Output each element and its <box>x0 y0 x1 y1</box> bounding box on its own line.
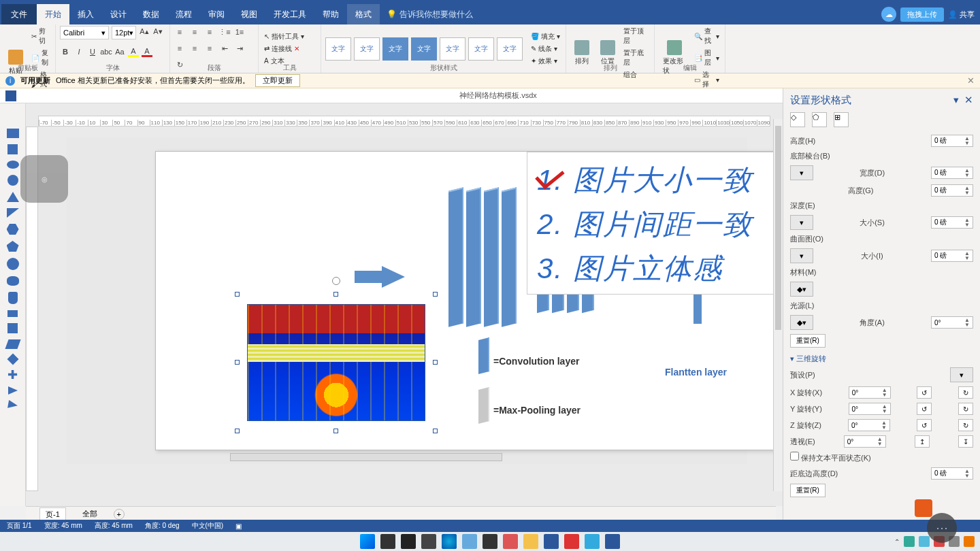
bullets-button[interactable]: ⋮≡ <box>219 27 230 37</box>
stencil-circle[interactable] <box>7 175 18 186</box>
stencil-bar[interactable] <box>7 310 18 317</box>
tab-format[interactable]: 格式 <box>347 4 380 24</box>
close-notification-button[interactable]: ✕ <box>967 76 975 86</box>
align-middle-button[interactable]: ≡ <box>189 27 200 37</box>
floating-menu-button[interactable]: ⋯ <box>927 513 957 543</box>
shape-style-3[interactable]: 文字 <box>382 37 408 61</box>
stencil-cylinder[interactable] <box>8 292 18 304</box>
resize-handle-bl[interactable] <box>235 429 240 433</box>
stencil-plus[interactable]: ✚ <box>7 369 19 380</box>
distance-ground-input[interactable]: 0 磅▲▼ <box>931 467 973 480</box>
stencil-hexagon[interactable] <box>7 224 19 235</box>
resize-handle-r[interactable] <box>433 360 438 365</box>
shape-style-1[interactable]: 文字 <box>325 37 351 61</box>
depth-size-input[interactable]: 0 磅▲▼ <box>931 216 973 229</box>
shrink-font-button[interactable]: A▾ <box>152 26 163 37</box>
connector-tool-button[interactable]: ⇄连接线✕ <box>263 44 306 54</box>
stencil-ellipse[interactable] <box>7 161 19 169</box>
stencil-diamond[interactable] <box>7 354 18 365</box>
share-button[interactable]: 👤共享 <box>948 10 975 20</box>
indent-dec-button[interactable]: ⇤ <box>219 43 230 54</box>
resize-handle-l[interactable] <box>235 360 240 365</box>
page-tab-1[interactable]: 页-1 <box>39 507 66 521</box>
rotation-section-header[interactable]: 三维旋转 <box>790 354 973 364</box>
light-swatch[interactable]: ◆▾ <box>790 315 813 330</box>
light-angle-input[interactable]: 0°▲▼ <box>931 316 973 329</box>
italic-button[interactable]: I <box>74 46 84 57</box>
taskview-button[interactable] <box>401 534 416 549</box>
floating-assist-button[interactable]: ◎ <box>20 155 68 203</box>
stencil-rounded[interactable] <box>7 276 19 286</box>
drawing-canvas[interactable]: Flantten layer Fully connec =Convolution… <box>67 137 747 464</box>
search-button[interactable] <box>380 534 395 549</box>
tab-process[interactable]: 流程 <box>167 4 200 24</box>
surface-swatch[interactable]: ▾ <box>790 248 813 263</box>
explorer-button[interactable] <box>523 534 538 549</box>
bevel-width-input[interactable]: 0 磅▲▼ <box>931 167 973 179</box>
stencil-arrow-2[interactable] <box>7 400 18 410</box>
bevel-height-input[interactable]: 0 磅▲▼ <box>931 184 973 197</box>
tab-design[interactable]: 设计 <box>102 4 135 24</box>
align-center-button[interactable]: ≡ <box>189 43 200 54</box>
y-rot-down-button[interactable]: ↻ <box>958 403 973 415</box>
tell-me-search[interactable]: 💡 告诉我你想要做什么 <box>387 9 473 20</box>
z-rot-ccw-button[interactable]: ↻ <box>958 419 973 431</box>
macro-record-icon[interactable]: ▣ <box>235 522 242 530</box>
grow-font-button[interactable]: A▴ <box>139 26 150 37</box>
word-button[interactable] <box>544 534 559 549</box>
tray-chevron-icon[interactable]: ⌃ <box>894 538 900 546</box>
bring-front-button[interactable]: 置于顶层 <box>622 26 650 46</box>
persp-narrow-button[interactable]: ↥ <box>915 435 930 448</box>
fill-button[interactable]: 🪣填充▾ <box>529 31 561 42</box>
tab-data[interactable]: 数据 <box>135 4 167 24</box>
perspective-input[interactable]: 0°▲▼ <box>844 435 886 448</box>
panel-close-button[interactable]: ✕ <box>964 94 973 105</box>
surface-size-input[interactable]: 0 磅▲▼ <box>931 250 973 262</box>
tray-icon-1[interactable] <box>904 536 915 547</box>
align-right-button[interactable]: ≡ <box>204 43 215 54</box>
tray-icon-2[interactable] <box>919 536 930 547</box>
tab-review[interactable]: 审阅 <box>200 4 233 24</box>
material-swatch[interactable]: ◆▾ <box>790 282 813 297</box>
drawing-page[interactable]: Flantten layer Fully connec =Convolution… <box>155 151 783 450</box>
stencil-triangle[interactable] <box>7 192 19 202</box>
visio-button[interactable] <box>605 534 620 549</box>
tab-file[interactable]: 文件 <box>1 4 37 24</box>
taskbar-app-3[interactable] <box>585 534 600 549</box>
panel-menu-button[interactable]: ▾ <box>953 94 959 105</box>
spectrogram-image[interactable] <box>247 304 425 421</box>
selected-image[interactable] <box>238 295 435 431</box>
arrow-shape[interactable] <box>382 266 405 288</box>
align-left-button[interactable]: ≡ <box>174 43 185 54</box>
taskbar-app-2[interactable] <box>564 534 579 549</box>
tab-help[interactable]: 帮助 <box>314 4 347 24</box>
shape-style-5[interactable]: 文字 <box>440 37 466 61</box>
underline-button[interactable]: U <box>87 46 98 57</box>
resize-handle-tl[interactable] <box>235 292 240 297</box>
tray-icon-5[interactable] <box>964 536 975 547</box>
shape-style-7[interactable]: 文字 <box>497 37 523 61</box>
panel-tab-size-icon[interactable]: ⊞ <box>834 112 849 127</box>
top-offset-input[interactable]: 0 磅▲▼ <box>931 135 973 147</box>
z-rot-cw-button[interactable]: ↺ <box>917 419 932 431</box>
z-rotation-input[interactable]: 0°▲▼ <box>848 419 890 431</box>
update-now-button[interactable]: 立即更新 <box>255 74 300 87</box>
keep-text-flat-checkbox[interactable] <box>790 452 799 461</box>
rotation-preset-swatch[interactable]: ▾ <box>950 367 973 382</box>
numbering-button[interactable]: 1≡ <box>234 27 245 37</box>
add-page-button[interactable]: + <box>114 509 125 520</box>
font-size-select[interactable]: 12pt▾ <box>112 26 136 39</box>
ime-indicator[interactable] <box>915 499 932 517</box>
x-rot-right-button[interactable]: ↻ <box>958 386 973 399</box>
pointer-tool-button[interactable]: ↖指针工具▾ <box>263 31 306 42</box>
highlight-button[interactable]: A <box>128 46 139 57</box>
cut-button[interactable]: ✂剪切 <box>30 26 51 46</box>
persp-wide-button[interactable]: ↧ <box>958 435 973 448</box>
stencil-square[interactable] <box>7 144 18 154</box>
resize-handle-t[interactable] <box>333 292 338 297</box>
page-tab-all[interactable]: 全部 <box>77 507 103 520</box>
tab-devtools[interactable]: 开发工具 <box>265 4 314 24</box>
align-bottom-button[interactable]: ≡ <box>204 27 215 37</box>
cloud-sync-icon[interactable]: ☁ <box>881 7 896 22</box>
resize-handle-b[interactable] <box>333 429 338 433</box>
